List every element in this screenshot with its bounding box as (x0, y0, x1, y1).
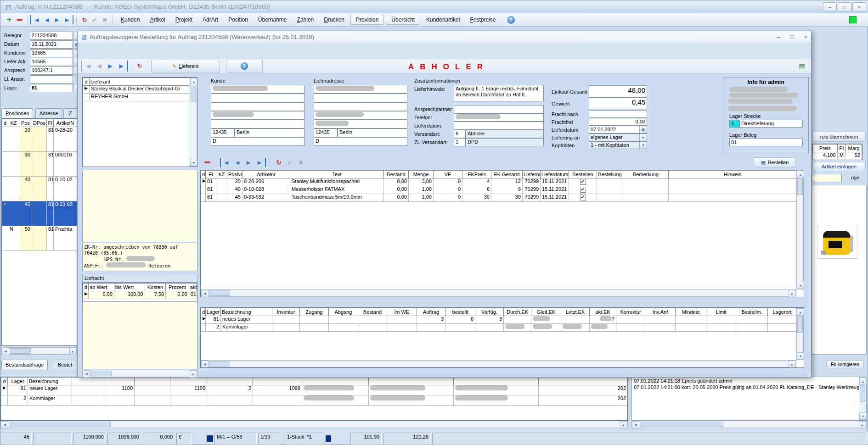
menu-projekt[interactable]: Projekt (170, 15, 197, 24)
calendar-icon[interactable]: ▦ (639, 126, 647, 133)
zl-code-field[interactable]: 1 (454, 138, 466, 146)
ll-anspr-field[interactable] (30, 75, 73, 83)
confirm-icon[interactable]: ✔ (285, 158, 295, 167)
arrow-up-icon[interactable]: ▲ (797, 308, 804, 316)
table-row[interactable]: ▶ 81 20 0-28-206 Stanley Multifunktionss… (201, 178, 797, 186)
scrollbar-horizontal[interactable]: ◀ ► (201, 360, 796, 367)
arrow-right-icon[interactable]: ► (789, 290, 796, 297)
arrow-down-icon[interactable]: ▼ (797, 282, 804, 289)
liefer-name-field[interactable] (314, 85, 407, 94)
fracht-nach-field[interactable] (589, 110, 647, 118)
versandart-code-field[interactable]: 6 (454, 130, 466, 138)
menu-festpreise[interactable]: Festpreise (465, 15, 501, 24)
lager-field[interactable]: 81 (30, 84, 73, 92)
scrollbar-horizontal[interactable]: ◀ ► (0, 421, 628, 428)
menu-provision[interactable]: Provision (350, 15, 384, 25)
table-row[interactable]: N 50 81Frachta (2, 226, 77, 251)
menu-position[interactable]: Position (223, 15, 253, 24)
lieferadr-field[interactable]: 10565 (30, 58, 73, 66)
scrollbar-vertical[interactable]: ▲ ▼ (796, 308, 804, 360)
liefer-city-field[interactable]: Berlin (338, 128, 407, 137)
chevron-down-icon[interactable]: ▼ (639, 142, 647, 149)
lieferhinweis-field[interactable]: Aufgang II. 1 Etage rechts- Fahrstuhl im… (454, 85, 544, 101)
nav-next-icon[interactable]: ▶ (105, 61, 116, 72)
arrow-down-icon[interactable]: ▼ (797, 352, 804, 360)
menu-kunden[interactable]: Kunden (116, 15, 145, 24)
delete-row-icon[interactable] (202, 158, 212, 167)
arrow-right-icon[interactable]: ► (190, 370, 197, 378)
datum-field[interactable]: 15.11.2021 (30, 40, 73, 49)
belegnr-field[interactable]: 211204588 (30, 32, 73, 40)
arrow-up-icon[interactable]: ▲ (190, 78, 197, 85)
arrow-right-icon[interactable]: ► (789, 361, 796, 368)
cancel-icon[interactable]: ✖ (296, 158, 306, 167)
nav-last-icon[interactable]: ▶ (116, 61, 128, 72)
zr-note-memo[interactable]: ZR-Nr. umgeschrieben von 78330 auf 70420… (82, 243, 197, 271)
tab-bestandsabfrage[interactable]: Bestandsabfrage (1, 360, 48, 369)
frachtfrei-field[interactable]: 0,00 (589, 118, 647, 126)
scrollbar-thumb[interactable] (10, 348, 31, 354)
arrow-up-icon[interactable]: ▲ (797, 171, 804, 178)
versandart-field[interactable]: Abholer (466, 130, 544, 138)
telefon-field[interactable] (454, 113, 544, 122)
arrow-left-icon[interactable]: ◀ (632, 421, 639, 428)
lieferant-button[interactable]: ✎ Lieferant (151, 60, 220, 72)
scrollbar-vertical[interactable]: ▲ ▼ (190, 78, 197, 167)
arrow-down-icon[interactable]: ▼ (859, 412, 867, 420)
table-row-selected[interactable]: » 45 810-33-93 (2, 201, 77, 226)
tab-positionen[interactable]: Positionen (1, 108, 33, 118)
scrollbar-thumb[interactable] (209, 290, 230, 296)
bestellen-checkbox-checked[interactable]: ✔ (580, 187, 586, 193)
bestellen-checkbox-checked[interactable]: ✔ (580, 179, 586, 185)
menu-uebersicht[interactable]: Übersicht (386, 15, 420, 25)
nav-first-icon[interactable]: ◀ (220, 158, 231, 167)
scrollbar-horizontal[interactable]: ◀ ► (1, 347, 77, 355)
arrow-right-icon[interactable]: ► (859, 421, 866, 428)
scrollbar-thumb[interactable] (90, 371, 112, 376)
kunde-plz-field[interactable]: 12435 (211, 128, 235, 137)
table-row[interactable]: ▶ 0,00 100,00 7,50 0,00 01.03 (83, 291, 197, 299)
tab-cut[interactable]: Z (63, 108, 77, 118)
dialog-close-button[interactable]: × (804, 33, 807, 40)
table-row[interactable]: 4,100 M 52 (813, 152, 862, 160)
lager-strecke-field[interactable]: Direktlieferung (739, 120, 803, 128)
arrow-up-icon[interactable]: ▲ (859, 378, 867, 385)
scrollbar-vertical[interactable]: ▲ ▼ (859, 377, 866, 420)
tab-bestellungen[interactable]: Bestel (54, 360, 76, 369)
scrollbar-thumb[interactable] (191, 86, 196, 102)
nav-next-icon[interactable]: ▶ (52, 15, 62, 24)
menu-uebernahme[interactable]: Übernahme (253, 15, 292, 24)
nav-prev-icon[interactable]: ◀ (42, 15, 52, 24)
menu-drucken[interactable]: Drucken (319, 15, 349, 24)
scrollbar-thumb[interactable] (640, 422, 723, 427)
table-row[interactable]: 40 810-10-02 (2, 177, 77, 201)
lieferung-an-select[interactable]: eigenes Lager ▼ (589, 134, 647, 141)
table-row[interactable]: 2 Kommlager (201, 324, 797, 332)
arrow-left-icon[interactable]: ◀ (1, 421, 8, 428)
scrollbar-horizontal[interactable]: ◀ ► (631, 421, 867, 428)
scrollbar-thumb[interactable] (860, 385, 865, 402)
kopfdaten-select[interactable]: 1 - mit Kopfdaten ▼ (589, 141, 647, 149)
supplier-memo[interactable] (82, 170, 197, 242)
liefer-plz-field[interactable]: 12435 (314, 128, 338, 137)
kunde-country-field[interactable]: D (211, 137, 304, 146)
globe-help-icon[interactable]: ? (507, 16, 515, 24)
ansprechpartner-field[interactable] (454, 105, 544, 113)
help-button[interactable]: ? (226, 60, 263, 72)
liefer-field[interactable] (314, 120, 407, 128)
kunde-field[interactable] (211, 102, 304, 111)
arrow-down-icon[interactable]: ▼ (190, 159, 197, 166)
add-icon[interactable]: + (4, 15, 14, 24)
list-item-selected[interactable]: ▶ Stanley Black & Decker Deutschland Gr (83, 86, 190, 94)
refresh-icon[interactable]: ↻ (134, 61, 145, 72)
chevron-down-icon[interactable]: ▼ (639, 134, 647, 141)
menge-input[interactable] (812, 174, 842, 182)
scrollbar-thumb[interactable] (209, 361, 230, 367)
arrow-left-icon[interactable]: ◀ (201, 361, 209, 368)
bestellen-checkbox-checked[interactable]: ✔ (580, 195, 586, 200)
scrollbar-horizontal[interactable]: ◀ ► (82, 370, 197, 377)
minimize-button[interactable]: – (823, 2, 837, 11)
table-row[interactable]: 81 40 0-10-028 Messerholster FATMAX 0,00… (201, 186, 797, 194)
lager-strecke-code-field[interactable]: 4 (729, 120, 739, 128)
lower-memo[interactable] (82, 301, 197, 369)
